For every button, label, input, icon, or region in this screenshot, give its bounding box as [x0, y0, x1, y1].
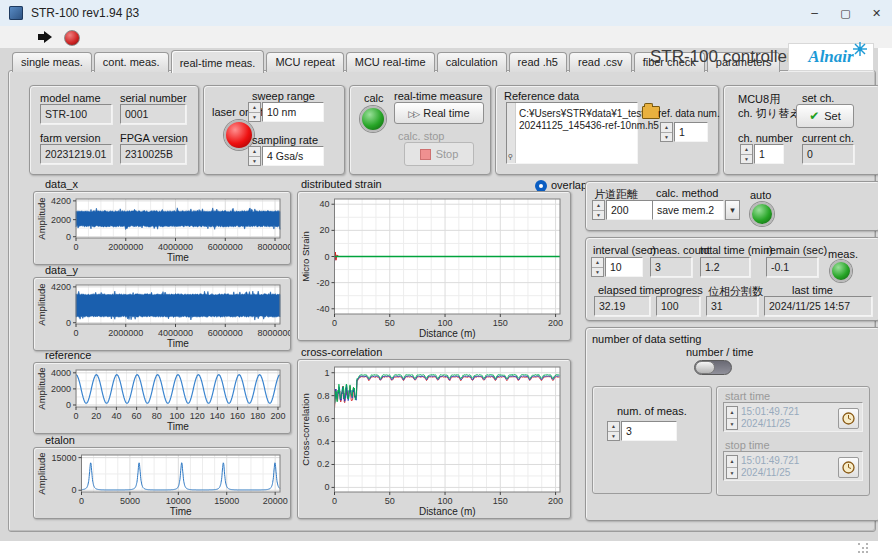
last-time-label: last time: [792, 284, 833, 296]
svg-text:120: 120: [190, 411, 205, 421]
stop-button[interactable]: Stop: [404, 142, 474, 166]
toggle-knob[interactable]: [695, 361, 715, 374]
run-button[interactable]: [36, 29, 54, 45]
tab-read-h5[interactable]: read .h5: [509, 52, 567, 72]
progress-value: 100: [656, 296, 700, 316]
svg-text:100: 100: [438, 496, 453, 506]
interval-stepper[interactable]: 10: [591, 257, 643, 277]
tab-mcu-real-time[interactable]: MCU real-time: [346, 52, 435, 72]
svg-text:5000: 5000: [120, 496, 140, 506]
chart-data-y: 0200000040000006000000800000004200TimeAm…: [33, 277, 291, 351]
start-date-value: 2024/11/25: [741, 418, 799, 430]
svg-text:4000000: 4000000: [158, 242, 193, 252]
svg-text:100: 100: [438, 318, 453, 328]
calc-method-value[interactable]: save mem.2: [652, 200, 724, 220]
last-time-value: 2024/11/25 14:57: [764, 296, 872, 316]
serial-number-label: serial number: [120, 92, 187, 104]
svg-text:20000: 20000: [263, 496, 288, 506]
svg-text:6000000: 6000000: [208, 242, 243, 252]
sweep-range-stepper[interactable]: 10 nm: [248, 102, 324, 122]
svg-text:50: 50: [385, 318, 395, 328]
stepper-arrows-icon[interactable]: [726, 406, 738, 430]
set-button[interactable]: Set: [796, 104, 854, 128]
svg-text:0: 0: [332, 496, 337, 506]
meas-led-label: meas.: [828, 248, 858, 260]
stepper-arrows-icon[interactable]: [726, 455, 738, 479]
svg-text:60: 60: [132, 411, 142, 421]
svg-text:-40: -40: [316, 304, 329, 314]
chart-title-etalon: etalon: [45, 434, 75, 446]
svg-text:0: 0: [324, 252, 329, 262]
stepper-arrows-icon[interactable]: [591, 257, 604, 277]
sweep-range-input[interactable]: 10 nm: [262, 102, 324, 122]
num-of-meas-input[interactable]: 3: [621, 421, 677, 441]
chart-data-x: 02000000400000060000008000000020004200Ti…: [33, 191, 291, 265]
meas-led: [830, 260, 852, 282]
resize-grip[interactable]: [858, 543, 870, 553]
calc-method-dropdown[interactable]: save mem.2: [652, 200, 740, 220]
svg-text:Amplitude: Amplitude: [36, 367, 47, 409]
svg-text:Cross-correlation: Cross-correlation: [300, 393, 311, 465]
dropdown-arrow-icon[interactable]: [725, 200, 740, 220]
number-time-toggle[interactable]: [694, 360, 732, 375]
total-time-value: 1.2: [700, 257, 750, 277]
remain-value: -0.1: [766, 257, 818, 277]
sweep-range-label: sweep range: [252, 90, 315, 102]
svg-text:0: 0: [71, 485, 76, 495]
start-time-control[interactable]: 15:01:49.721 2024/11/25: [723, 402, 863, 432]
stepper-arrows-icon[interactable]: [592, 200, 605, 220]
reference-path-line2: 20241125_145436-ref-10nm.h5: [519, 120, 659, 132]
maximize-button[interactable]: [830, 0, 861, 26]
start-time-value: 15:01:49.721: [741, 406, 799, 418]
ch-number-stepper[interactable]: 1: [740, 144, 784, 164]
chart-title-reference: reference: [45, 349, 91, 361]
run-arrow-icon: [37, 30, 53, 44]
tab-cont-meas[interactable]: cont. meas.: [94, 52, 169, 72]
reference-path-line1: C:¥Users¥STR¥data¥1_test¥: [519, 108, 659, 120]
tab-real-time-meas[interactable]: real-time meas.: [171, 50, 265, 73]
real-time-button[interactable]: Real time: [394, 102, 484, 124]
interval-input[interactable]: 10: [605, 257, 643, 277]
abort-button[interactable]: [64, 30, 80, 46]
current-ch-value: 0: [802, 144, 854, 164]
ref-data-num-input[interactable]: 1: [674, 122, 708, 142]
tab-single-meas[interactable]: single meas.: [12, 52, 92, 72]
num-meas-box: num. of meas. 3: [592, 386, 712, 494]
stop-calendar-button[interactable]: [838, 457, 859, 478]
stepper-arrows-icon[interactable]: [740, 144, 753, 164]
svg-text:8000000: 8000000: [258, 242, 290, 252]
calc-method-label: calc. method: [656, 187, 718, 199]
calc-led: [360, 106, 386, 132]
stepper-arrows-icon[interactable]: [248, 146, 261, 166]
reference-path-box[interactable]: ⚲ C:¥Users¥STR¥data¥1_test¥ 20241125_145…: [506, 102, 638, 164]
sampling-rate-stepper[interactable]: 4 Gsa/s: [248, 146, 324, 166]
sampling-rate-input[interactable]: 4 Gsa/s: [262, 146, 324, 166]
tab-calculation[interactable]: calculation: [437, 52, 507, 72]
clock-icon: [842, 461, 855, 474]
stepper-arrows-icon[interactable]: [660, 122, 673, 142]
timing-panel: interval (sec) 10 meas. count 3 total ti…: [585, 237, 881, 321]
stop-time-control[interactable]: 15:01:49.721 2024/11/25: [723, 451, 863, 481]
calc-panel: calc real-time measure Real time calc. s…: [349, 85, 491, 175]
svg-text:50: 50: [385, 496, 395, 506]
stepper-arrows-icon[interactable]: [607, 421, 620, 441]
ch-number-input[interactable]: 1: [754, 144, 784, 164]
svg-text:2000: 2000: [51, 384, 71, 394]
start-calendar-button[interactable]: [838, 408, 859, 429]
svg-text:2000: 2000: [51, 215, 71, 225]
svg-text:40: 40: [319, 199, 329, 209]
svg-text:140: 140: [210, 411, 225, 421]
svg-text:0: 0: [73, 411, 78, 421]
ref-data-num-stepper[interactable]: 1: [660, 122, 708, 142]
num-of-meas-stepper[interactable]: 3: [607, 421, 677, 441]
svg-text:15000: 15000: [51, 453, 76, 463]
svg-text:180: 180: [250, 411, 265, 421]
close-button[interactable]: [861, 0, 892, 26]
logo-text: Alnair: [808, 47, 853, 67]
tab-read-csv[interactable]: read .csv: [569, 52, 632, 72]
minimize-button[interactable]: [799, 0, 830, 26]
set-ch-label: set ch.: [802, 92, 834, 104]
svg-text:4000000: 4000000: [158, 328, 193, 338]
stepper-arrows-icon[interactable]: [248, 102, 261, 122]
tab-mcu-repeat[interactable]: MCU repeat: [266, 52, 343, 72]
